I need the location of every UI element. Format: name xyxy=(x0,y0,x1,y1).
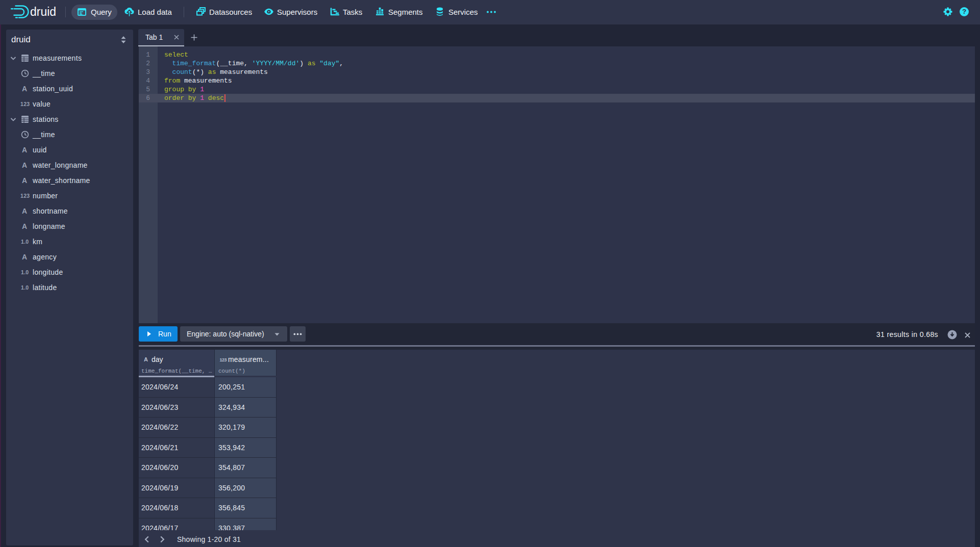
svg-text:?: ? xyxy=(962,8,966,15)
